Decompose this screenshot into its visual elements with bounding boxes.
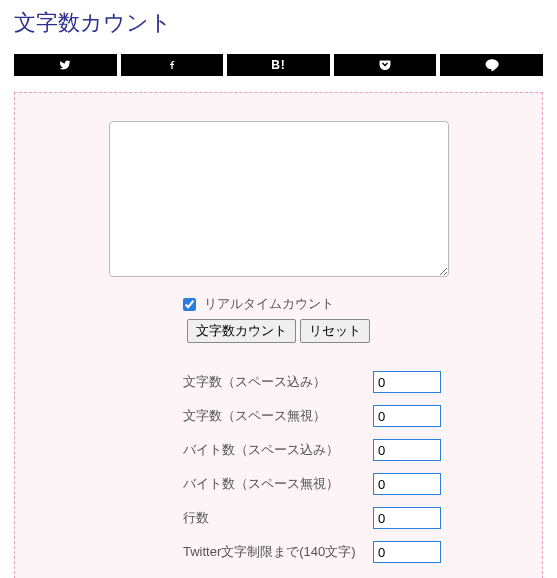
share-hatena-button[interactable]: B! <box>227 54 330 76</box>
reset-button[interactable]: リセット <box>300 319 370 343</box>
realtime-row: リアルタイムカウント <box>43 295 514 313</box>
line-icon <box>484 58 500 72</box>
result-label: 行数 <box>183 509 373 527</box>
text-input[interactable] <box>109 121 449 277</box>
result-value-bytes-no-space[interactable] <box>373 473 441 495</box>
share-pocket-button[interactable] <box>334 54 437 76</box>
hatena-icon: B! <box>271 58 286 72</box>
pocket-icon <box>378 59 392 71</box>
share-facebook-button[interactable] <box>121 54 224 76</box>
result-label: 文字数（スペース無視） <box>183 407 373 425</box>
share-twitter-button[interactable] <box>14 54 117 76</box>
result-label: Twitter文字制限まで(140文字) <box>183 543 373 561</box>
result-label: 文字数（スペース込み） <box>183 373 373 391</box>
result-row-twitter: Twitter文字制限まで(140文字) <box>183 541 514 563</box>
result-value-chars-no-space[interactable] <box>373 405 441 427</box>
share-line-button[interactable] <box>440 54 543 76</box>
counter-panel: リアルタイムカウント 文字数カウント リセット 文字数（スペース込み） 文字数（… <box>14 92 543 578</box>
page-title: 文字数カウント <box>0 0 557 54</box>
result-row-bytes-no-space: バイト数（スペース無視） <box>183 473 514 495</box>
share-bar: B! <box>0 54 557 92</box>
result-value-bytes-with-space[interactable] <box>373 439 441 461</box>
result-value-lines[interactable] <box>373 507 441 529</box>
result-value-twitter[interactable] <box>373 541 441 563</box>
result-row-lines: 行数 <box>183 507 514 529</box>
results-list: 文字数（スペース込み） 文字数（スペース無視） バイト数（スペース込み） バイト… <box>43 371 514 563</box>
result-value-chars-with-space[interactable] <box>373 371 441 393</box>
facebook-icon <box>168 58 176 72</box>
result-row-chars-no-space: 文字数（スペース無視） <box>183 405 514 427</box>
twitter-icon <box>58 59 72 71</box>
realtime-label: リアルタイムカウント <box>204 296 334 311</box>
result-label: バイト数（スペース込み） <box>183 441 373 459</box>
button-row: 文字数カウント リセット <box>43 319 514 343</box>
result-label: バイト数（スペース無視） <box>183 475 373 493</box>
count-button[interactable]: 文字数カウント <box>187 319 296 343</box>
result-row-chars-with-space: 文字数（スペース込み） <box>183 371 514 393</box>
result-row-bytes-with-space: バイト数（スペース込み） <box>183 439 514 461</box>
realtime-checkbox[interactable] <box>183 298 196 311</box>
